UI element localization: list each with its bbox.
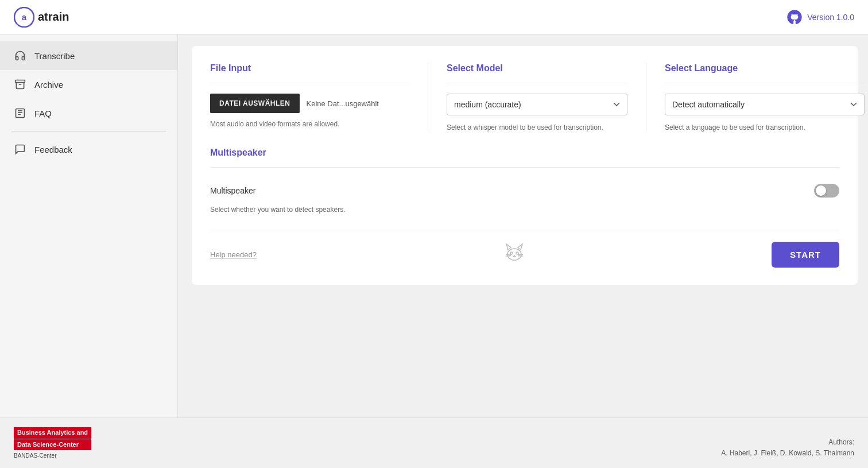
org-line2: Data Science-Center xyxy=(14,439,91,450)
logo: a atrain xyxy=(14,7,69,28)
authors-names: A. Haberl, J. Fleiß, D. Kowald, S. Thalm… xyxy=(721,449,854,457)
select-language-divider xyxy=(665,83,865,83)
svg-line-13 xyxy=(518,256,523,257)
version-label: Version 1.0.0 xyxy=(807,13,854,22)
select-model-section: Select Model tiny base small medium (acc… xyxy=(428,63,646,131)
file-choose-button[interactable]: DATEI AUSWÄHLEN xyxy=(210,94,300,113)
language-select[interactable]: Detect automatically English German Fren… xyxy=(665,94,865,115)
footer-logo: Business Analytics and Data Science-Cent… xyxy=(14,427,91,459)
svg-line-11 xyxy=(506,256,511,257)
main-panel: File Input DATEI AUSWÄHLEN Keine Dat...u… xyxy=(192,46,858,285)
svg-line-10 xyxy=(506,254,511,255)
multispeaker-section: Multispeaker Multispeaker Select whether… xyxy=(210,148,839,214)
multispeaker-hint: Select whether you want to detect speake… xyxy=(210,206,839,214)
file-name-label: Keine Dat...usgewählt xyxy=(307,99,379,108)
sidebar-label-archive: Archive xyxy=(34,80,63,90)
chat-icon xyxy=(14,143,26,156)
org-line1: Business Analytics and xyxy=(14,427,91,438)
svg-point-8 xyxy=(516,252,518,254)
logo-text: atrain xyxy=(38,10,69,24)
sidebar-item-faq[interactable]: FAQ xyxy=(0,99,177,127)
sidebar-item-feedback[interactable]: Feedback xyxy=(0,135,177,164)
model-select[interactable]: tiny base small medium (accurate) large xyxy=(447,94,627,115)
sidebar-item-transcribe[interactable]: Transcribe xyxy=(0,41,177,70)
github-icon xyxy=(786,9,803,25)
select-language-section: Select Language Detect automatically Eng… xyxy=(646,63,865,131)
footer-authors: Authors: A. Haberl, J. Fleiß, D. Kowald,… xyxy=(721,437,854,459)
multispeaker-label: Multispeaker xyxy=(210,186,255,195)
svg-marker-6 xyxy=(518,244,522,250)
sidebar-label-feedback: Feedback xyxy=(34,145,72,154)
select-model-hint: Select a whisper model to be used for tr… xyxy=(447,123,627,131)
main-content: File Input DATEI AUSWÄHLEN Keine Dat...u… xyxy=(178,34,868,417)
sidebar-item-archive[interactable]: Archive xyxy=(0,70,177,99)
multispeaker-title: Multispeaker xyxy=(210,148,839,158)
book-icon xyxy=(14,107,26,119)
sidebar-label-transcribe: Transcribe xyxy=(34,51,75,61)
file-input-row: DATEI AUSWÄHLEN Keine Dat...usgewählt xyxy=(210,94,409,113)
select-model-title: Select Model xyxy=(447,63,627,74)
select-language-title: Select Language xyxy=(665,63,865,74)
sidebar-label-faq: FAQ xyxy=(34,109,52,118)
version-link[interactable]: Version 1.0.0 xyxy=(786,9,854,25)
authors-label: Authors: xyxy=(828,438,854,446)
multispeaker-row: Multispeaker xyxy=(210,178,839,203)
section-grid: File Input DATEI AUSWÄHLEN Keine Dat...u… xyxy=(210,63,839,131)
file-input-title: File Input xyxy=(210,63,409,74)
file-input-divider xyxy=(210,83,409,83)
svg-marker-9 xyxy=(513,256,515,257)
archive-icon xyxy=(14,78,26,91)
multispeaker-toggle[interactable] xyxy=(814,184,839,198)
file-input-hint: Most audio and video formats are allowed… xyxy=(210,120,409,128)
svg-rect-2 xyxy=(16,80,25,83)
multispeaker-divider xyxy=(210,167,839,168)
org-sub: BANDAS-Center xyxy=(14,452,91,459)
select-model-divider xyxy=(447,83,627,83)
svg-line-12 xyxy=(518,254,523,255)
app-body: Transcribe Archive FAQ xyxy=(0,34,868,417)
header: a atrain Version 1.0.0 xyxy=(0,0,868,34)
panel-bottom: Help needed? xyxy=(210,230,839,268)
svg-point-7 xyxy=(510,252,513,254)
footer: Business Analytics and Data Science-Cent… xyxy=(0,417,868,468)
sidebar-divider xyxy=(11,131,166,131)
atrain-logo-icon: a xyxy=(14,7,34,28)
headphones-icon xyxy=(14,49,26,62)
svg-text:a: a xyxy=(22,12,27,22)
cat-icon xyxy=(503,242,526,268)
start-button[interactable]: START xyxy=(772,242,839,268)
sidebar: Transcribe Archive FAQ xyxy=(0,34,178,417)
help-link[interactable]: Help needed? xyxy=(210,250,257,259)
svg-marker-5 xyxy=(506,244,511,250)
select-language-hint: Select a language to be used for transcr… xyxy=(665,123,865,131)
file-input-section: File Input DATEI AUSWÄHLEN Keine Dat...u… xyxy=(210,63,428,131)
